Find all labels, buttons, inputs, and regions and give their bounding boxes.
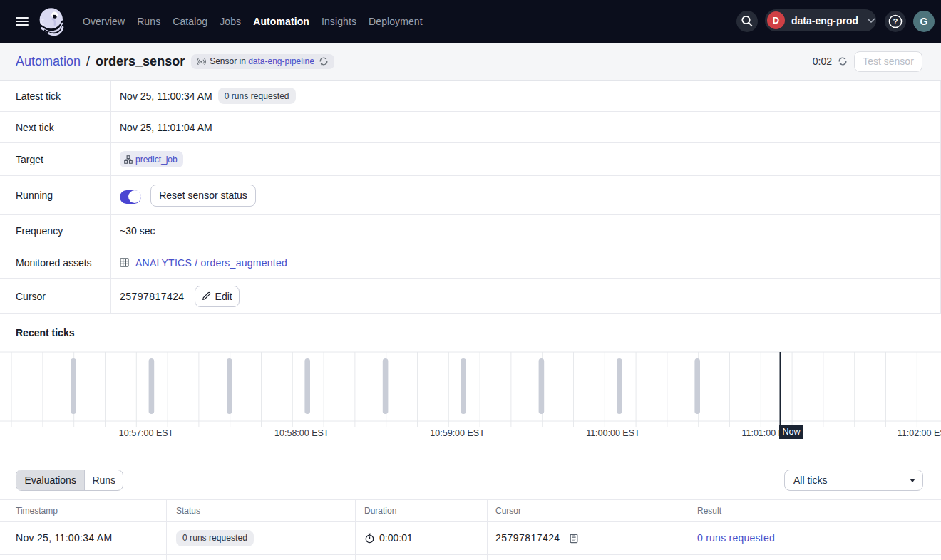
- svg-text:11:02:00 EST: 11:02:00 EST: [898, 428, 941, 438]
- svg-text:11:00:00 EST: 11:00:00 EST: [586, 428, 640, 438]
- svg-text:?: ?: [893, 17, 898, 26]
- svg-text:10:59:00 EST: 10:59:00 EST: [430, 428, 485, 438]
- svg-text:Now: Now: [782, 427, 801, 437]
- svg-text:10:57:00 EST: 10:57:00 EST: [119, 428, 174, 438]
- svg-text:10:58:00 EST: 10:58:00 EST: [274, 428, 329, 438]
- svg-text:11:01:00 EST: 11:01:00 EST: [741, 428, 796, 438]
